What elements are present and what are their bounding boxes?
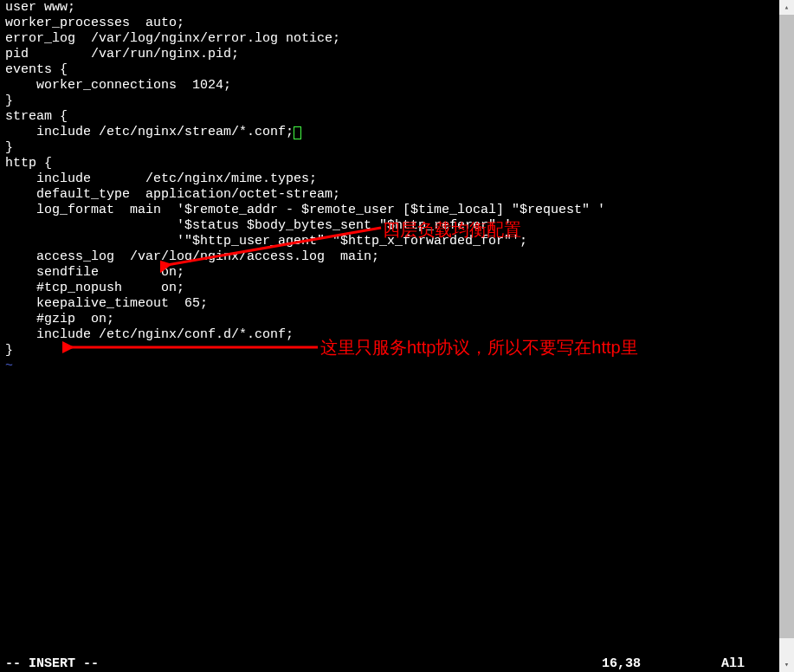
code-line[interactable]: } xyxy=(0,140,771,156)
scroll-indicator: All xyxy=(721,656,745,671)
scroll-up-button[interactable]: ▴ xyxy=(779,0,794,15)
code-line[interactable]: } xyxy=(0,94,771,109)
terminal-editor[interactable]: user www;worker_processes auto;error_log… xyxy=(0,0,771,672)
cursor-position: 16,38 xyxy=(602,656,641,671)
code-line[interactable]: events { xyxy=(0,62,771,78)
code-line[interactable]: log_format main '$remote_addr - $remote_… xyxy=(0,203,771,218)
code-line[interactable]: '"$http_user_agent" "$http_x_forwarded_f… xyxy=(0,234,771,249)
code-line[interactable]: #gzip on; xyxy=(0,312,771,327)
code-line[interactable]: '$status $body_bytes_sent "$http_referer… xyxy=(0,218,771,234)
vim-mode: -- INSERT -- xyxy=(5,656,99,672)
code-line[interactable]: error_log /var/log/nginx/error.log notic… xyxy=(0,31,771,47)
code-line[interactable]: stream { xyxy=(0,109,771,125)
code-line[interactable]: include /etc/nginx/stream/*.conf; xyxy=(0,125,771,140)
code-line[interactable]: include /etc/nginx/mime.types; xyxy=(0,171,771,187)
code-line[interactable]: worker_processes auto; xyxy=(0,16,771,31)
code-line[interactable]: user www; xyxy=(0,0,771,16)
vim-tilde-line: ~ xyxy=(0,359,771,374)
scroll-down-button[interactable]: ▾ xyxy=(779,657,794,672)
code-line[interactable]: default_type application/octet-stream; xyxy=(0,187,771,203)
code-line[interactable]: http { xyxy=(0,156,771,171)
code-line[interactable]: worker_connections 1024; xyxy=(0,78,771,94)
code-line[interactable]: #tcp_nopush on; xyxy=(0,281,771,296)
code-line[interactable]: access_log /var/log/nginx/access.log mai… xyxy=(0,249,771,265)
code-line[interactable]: pid /var/run/nginx.pid; xyxy=(0,47,771,62)
cursor xyxy=(294,126,301,139)
vim-status-bar: -- INSERT -- 16,38 All xyxy=(0,656,771,672)
vertical-scrollbar[interactable]: ▴ ▾ xyxy=(779,0,794,672)
scroll-thumb[interactable] xyxy=(779,15,794,638)
scroll-track[interactable] xyxy=(779,15,794,657)
code-line[interactable]: keepalive_timeout 65; xyxy=(0,296,771,312)
code-content[interactable]: user www;worker_processes auto;error_log… xyxy=(0,0,771,359)
code-line[interactable]: sendfile on; xyxy=(0,265,771,281)
code-line[interactable]: } xyxy=(0,343,771,359)
code-line[interactable]: include /etc/nginx/conf.d/*.conf; xyxy=(0,327,771,343)
